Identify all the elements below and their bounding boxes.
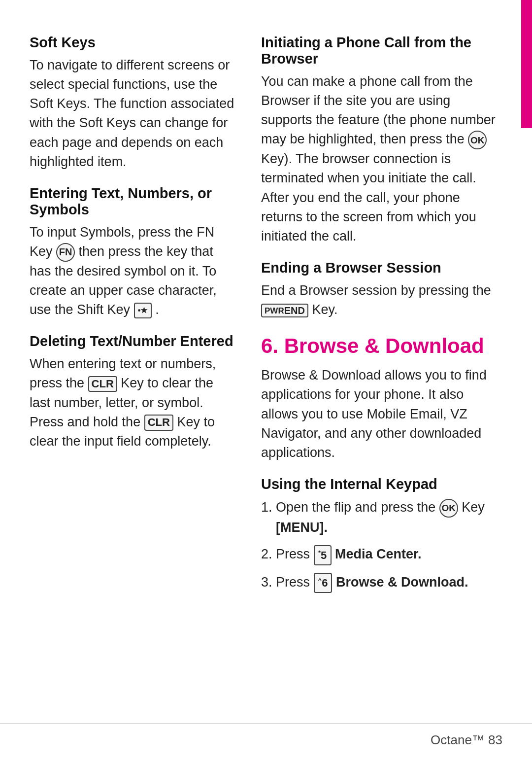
deleting-text-section: Deleting Text/Number Entered When enteri… <box>30 333 236 451</box>
step-2-bold: Media Center. <box>335 547 422 561</box>
ok-key-icon-2: OK <box>439 499 458 518</box>
step-3-part1: Press <box>276 575 310 590</box>
step-1-part1: Open the flip and press the <box>276 500 435 515</box>
soft-keys-heading: Soft Keys <box>30 35 236 51</box>
page-container: Soft Keys To navigate to different scree… <box>0 0 532 765</box>
left-column: Soft Keys To navigate to different scree… <box>30 35 236 607</box>
key-5-icon: *5 <box>314 545 332 565</box>
initiating-call-part1: You can make a phone call from the Brows… <box>261 74 496 146</box>
deleting-text-heading: Deleting Text/Number Entered <box>30 333 236 349</box>
page-tab <box>521 0 532 128</box>
soft-keys-section: Soft Keys To navigate to different scree… <box>30 35 236 172</box>
entering-text-heading: Entering Text, Numbers, or Symbols <box>30 185 236 218</box>
ending-session-part2: Key. <box>312 302 337 317</box>
step-3: Press ^6 Browse & Download. <box>276 572 502 593</box>
end-key-icon: PWR END <box>261 304 308 317</box>
entering-text-section: Entering Text, Numbers, or Symbols To in… <box>30 185 236 319</box>
deleting-text-body: When entering text or numbers, press the… <box>30 354 236 451</box>
internal-keypad-heading: Using the Internal Keypad <box>261 476 502 492</box>
browse-download-body: Browse & Download allows you to find app… <box>261 366 502 462</box>
ending-session-heading: Ending a Browser Session <box>261 260 502 276</box>
step-1: Open the flip and press the OK Key [MENU… <box>276 497 502 537</box>
step-1-part2: Key <box>462 500 485 515</box>
step-1-bold: [MENU]. <box>276 520 328 535</box>
content-wrapper: Soft Keys To navigate to different scree… <box>30 35 502 607</box>
initiating-call-heading: Initiating a Phone Call from the Browser <box>261 35 502 67</box>
clr-key-icon-2: CLR <box>144 415 173 430</box>
right-column: Initiating a Phone Call from the Browser… <box>261 35 502 607</box>
footer-text: Octane™ 83 <box>431 732 502 748</box>
ending-session-part1: End a Browser session by pressing the <box>261 283 491 298</box>
ending-session-body: End a Browser session by pressing the PW… <box>261 281 502 319</box>
ok-key-icon-1: OK <box>468 131 487 149</box>
browse-download-section: 6. Browse & Download Browse & Download a… <box>261 334 502 462</box>
key-6-icon: ^6 <box>314 573 332 593</box>
shift-key-icon: •★ <box>134 303 152 318</box>
fn-key-icon: FN <box>56 243 75 262</box>
step-3-bold: Browse & Download. <box>336 575 468 590</box>
browse-download-heading: 6. Browse & Download <box>261 334 502 358</box>
internal-keypad-section: Using the Internal Keypad Open the flip … <box>261 476 502 593</box>
steps-list: Open the flip and press the OK Key [MENU… <box>276 497 502 593</box>
step-2: Press *5 Media Center. <box>276 544 502 565</box>
initiating-call-section: Initiating a Phone Call from the Browser… <box>261 35 502 246</box>
initiating-call-part2: Key). The browser connection is terminat… <box>261 151 476 243</box>
step-2-part1: Press <box>276 547 310 561</box>
clr-key-icon-1: CLR <box>88 376 117 392</box>
entering-text-body: To input Symbols, press the FN Key FN th… <box>30 223 236 319</box>
footer: Octane™ 83 <box>0 723 532 748</box>
soft-keys-body: To navigate to different screens or sele… <box>30 56 236 172</box>
initiating-call-body: You can make a phone call from the Brows… <box>261 72 502 246</box>
ending-session-section: Ending a Browser Session End a Browser s… <box>261 260 502 319</box>
